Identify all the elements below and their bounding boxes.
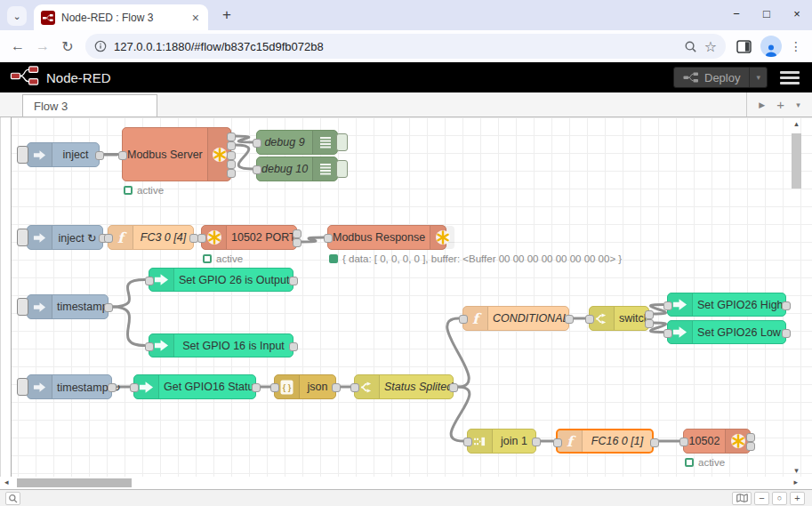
scroll-left-icon[interactable]: ◂ — [4, 478, 9, 486]
flow-node-modbus_response[interactable]: Modbus Response — [327, 225, 446, 250]
output-port[interactable] — [95, 151, 104, 160]
input-port[interactable] — [130, 383, 139, 392]
input-port[interactable] — [197, 234, 206, 243]
input-port[interactable] — [270, 383, 279, 392]
wire[interactable] — [112, 280, 145, 308]
profile-avatar[interactable] — [760, 36, 782, 57]
input-port[interactable] — [663, 329, 672, 338]
input-port[interactable] — [145, 342, 154, 351]
output-port[interactable] — [645, 310, 654, 319]
output-port[interactable] — [227, 169, 236, 178]
zoom-icon[interactable] — [684, 40, 697, 53]
vertical-scroll-thumb[interactable] — [792, 133, 801, 189]
output-port[interactable] — [650, 438, 659, 447]
output-port[interactable] — [227, 160, 236, 169]
input-port[interactable] — [253, 139, 261, 148]
flow-node-gpio26out[interactable]: Set GPIO 26 is Output — [149, 268, 293, 292]
output-port[interactable] — [227, 151, 236, 160]
flow-canvas[interactable]: ▴ ▾ injectModbus Serveractivedebug 9debu… — [0, 117, 812, 477]
output-port[interactable] — [293, 229, 301, 238]
flow-node-port10502[interactable]: 10502 PORT — [201, 225, 297, 250]
wire[interactable] — [103, 155, 118, 156]
forward-button[interactable]: → — [30, 34, 55, 59]
output-port[interactable] — [565, 315, 574, 324]
flow-node-n10502[interactable]: 10502 — [683, 429, 751, 454]
bookmark-star-icon[interactable]: ☆ — [704, 38, 717, 55]
input-port[interactable] — [104, 234, 113, 243]
inject-trigger-button[interactable] — [17, 378, 28, 396]
output-port[interactable] — [227, 141, 236, 150]
reload-button[interactable]: ↻ — [55, 34, 80, 59]
input-port[interactable] — [350, 383, 359, 392]
zoom-out-button[interactable]: − — [754, 492, 769, 505]
flow-node-gpio26high[interactable]: Set GPIO26 High — [667, 293, 786, 317]
output-port[interactable] — [289, 342, 298, 351]
input-port[interactable] — [253, 165, 261, 174]
wire[interactable] — [235, 145, 253, 169]
output-port[interactable] — [645, 319, 654, 328]
window-maximize-button[interactable]: □ — [752, 0, 782, 27]
browser-menu-icon[interactable]: ⋮ — [785, 39, 807, 53]
flow-node-inject1[interactable]: inject — [27, 142, 100, 167]
horizontal-scrollbar[interactable]: ◂ ▸ — [0, 477, 812, 489]
scroll-up-icon[interactable]: ▴ — [790, 119, 803, 128]
deploy-options-button[interactable]: ▾ — [749, 68, 767, 87]
wire[interactable] — [112, 307, 145, 346]
output-port[interactable] — [746, 442, 755, 451]
tab-close-icon[interactable]: × — [190, 11, 201, 25]
tab-search-button[interactable]: ⌄ — [7, 6, 27, 26]
add-flow-button[interactable]: + — [776, 97, 784, 112]
flow-node-modbus_server[interactable]: Modbus Server — [122, 127, 231, 181]
output-port[interactable] — [449, 383, 458, 392]
side-panel-icon[interactable] — [736, 40, 752, 53]
flow-node-gpio26low[interactable]: Set GPIO26 Low — [667, 320, 786, 344]
flow-node-switch1[interactable]: switch — [589, 306, 649, 331]
zoom-in-button[interactable]: + — [790, 492, 805, 505]
flow-node-inject2[interactable]: inject ↻ — [27, 225, 103, 250]
address-bar[interactable]: 127.0.0.1:1880/#flow/b837c15d9fb072b8 ☆ — [85, 34, 726, 59]
input-port[interactable] — [118, 151, 127, 160]
flow-node-getgpio16[interactable]: Get GPIO16 Status — [133, 374, 256, 399]
input-port[interactable] — [459, 315, 468, 324]
input-port[interactable] — [324, 234, 333, 243]
debug-toggle-button[interactable] — [336, 133, 348, 151]
flow-node-fc16[interactable]: fFC16 0 [1] — [556, 429, 654, 454]
output-port[interactable] — [108, 383, 117, 392]
horizontal-scroll-thumb[interactable] — [17, 478, 132, 487]
url-text[interactable]: 127.0.0.1:1880/#flow/b837c15d9fb072b8 — [114, 40, 677, 53]
flow-node-timestamp2[interactable]: timestamp ↻ — [27, 374, 112, 399]
flow-node-gpio16in[interactable]: Set GPIO 16 is Input — [149, 333, 293, 357]
main-menu-icon[interactable] — [780, 71, 800, 84]
input-port[interactable] — [145, 277, 154, 285]
tab-menu-icon[interactable]: ▾ — [796, 100, 800, 109]
input-port[interactable] — [553, 438, 562, 447]
scroll-right-icon[interactable]: ▸ — [793, 478, 798, 486]
flow-node-debug9[interactable]: debug 9 — [256, 130, 338, 155]
input-port[interactable] — [585, 315, 594, 324]
vertical-scrollbar[interactable]: ▴ ▾ — [790, 119, 803, 475]
window-close-button[interactable]: × — [782, 0, 812, 27]
search-flows-button[interactable] — [5, 492, 20, 505]
debug-toggle-button[interactable] — [336, 160, 348, 178]
browser-tab[interactable]: Node-RED : Flow 3 × — [34, 4, 208, 30]
input-port[interactable] — [679, 438, 688, 446]
zoom-reset-button[interactable]: ○ — [772, 492, 787, 505]
flow-tab[interactable]: Flow 3 — [22, 94, 157, 116]
wire[interactable] — [301, 237, 324, 242]
output-port[interactable] — [289, 277, 298, 285]
toggle-navigator-button[interactable] — [732, 492, 752, 505]
input-port[interactable] — [463, 438, 472, 446]
input-port[interactable] — [663, 301, 672, 310]
output-port[interactable] — [532, 438, 541, 446]
wire[interactable] — [235, 136, 253, 142]
new-tab-button[interactable]: + — [215, 4, 238, 27]
flow-node-join1[interactable]: join 1 — [467, 429, 536, 454]
deploy-button[interactable]: Deploy — [674, 71, 749, 84]
flow-node-json[interactable]: { }json — [274, 374, 336, 399]
inject-trigger-button[interactable] — [17, 229, 28, 246]
flow-node-conditional[interactable]: fCONDITIONAL — [462, 306, 569, 331]
flow-node-fc3[interactable]: fFC3 0 [4] — [108, 225, 194, 250]
output-port[interactable] — [104, 303, 113, 312]
flow-node-timestamp1[interactable]: timestamp — [27, 294, 109, 319]
inject-trigger-button[interactable] — [17, 298, 28, 316]
